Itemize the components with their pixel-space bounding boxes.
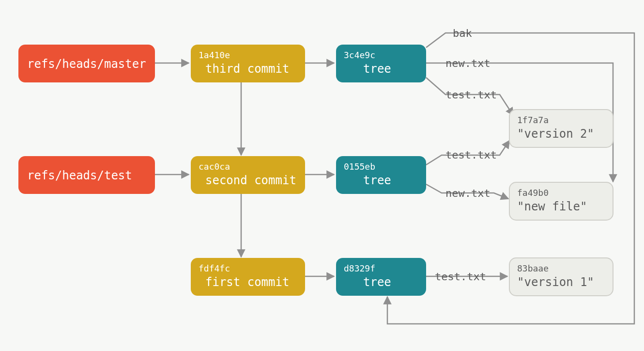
- label-tree1-testtxt: test.txt: [435, 271, 486, 283]
- tree3-label: tree: [363, 62, 391, 76]
- blob-newfile: fa49b0 "new file": [509, 182, 613, 220]
- commit-second: cac0ca second commit: [191, 156, 305, 194]
- blob-v2-label: "version 2": [517, 127, 594, 141]
- blob-version1: 83baae "version 1": [509, 258, 613, 296]
- tree2-label: tree: [363, 174, 391, 187]
- commit-third-label: third commit: [205, 62, 289, 76]
- commit-second-sha: cac0ca: [199, 161, 230, 172]
- ref-master-label: refs/heads/master: [27, 57, 146, 71]
- ref-test: refs/heads/test: [18, 156, 155, 194]
- label-tree2-testtxt: test.txt: [445, 149, 497, 161]
- label-tree2-newtxt: new.txt: [445, 187, 491, 199]
- label-tree3-newtxt: new.txt: [445, 57, 491, 69]
- commit-third: 1a410e third commit: [191, 45, 305, 82]
- tree2-sha: 0155eb: [344, 161, 375, 172]
- blob-version2: 1f7a7a "version 2": [509, 110, 613, 147]
- tree-0155eb: 0155eb tree: [336, 156, 426, 194]
- git-object-diagram: bak new.txt test.txt test.txt new.txt te…: [0, 0, 644, 351]
- label-bak: bak: [453, 27, 472, 39]
- ref-master: refs/heads/master: [18, 45, 155, 82]
- ref-test-label: refs/heads/test: [27, 169, 132, 182]
- commit-third-sha: 1a410e: [199, 50, 230, 60]
- tree-d8329f: d8329f tree: [336, 258, 426, 296]
- label-tree3-testtxt: test.txt: [445, 89, 497, 101]
- tree1-label: tree: [363, 275, 391, 289]
- tree-3c4e9c: 3c4e9c tree: [336, 45, 426, 82]
- blob-v2-sha: 1f7a7a: [517, 115, 549, 125]
- blob-nf-label: "new file": [517, 200, 587, 213]
- tree3-sha: 3c4e9c: [344, 50, 375, 60]
- commit-first-label: first commit: [205, 275, 289, 289]
- blob-v1-sha: 83baae: [517, 263, 549, 273]
- blob-v1-label: "version 1": [517, 275, 594, 289]
- commit-first-sha: fdf4fc: [199, 263, 230, 273]
- commit-second-label: second commit: [205, 174, 296, 187]
- blob-nf-sha: fa49b0: [517, 188, 549, 198]
- tree1-sha: d8329f: [344, 263, 375, 273]
- commit-first: fdf4fc first commit: [191, 258, 305, 296]
